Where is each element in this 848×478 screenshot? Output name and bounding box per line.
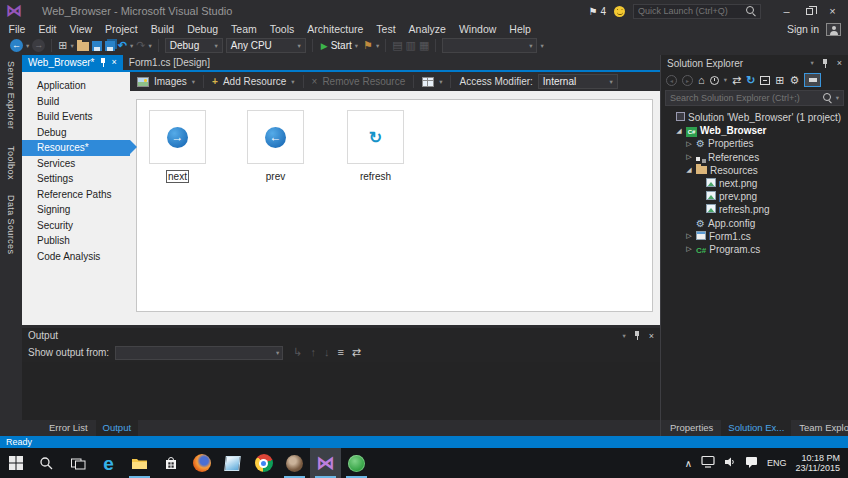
properties-wrench-icon[interactable]: ⚙	[790, 74, 800, 86]
refresh-icon[interactable]: ↻	[746, 74, 755, 86]
profiler-dropdown[interactable]: ▾	[376, 42, 379, 50]
save-all-icon[interactable]	[105, 41, 115, 51]
menu-window[interactable]: Window	[452, 23, 502, 35]
pin-icon[interactable]	[634, 331, 641, 340]
settings-nav-resources-[interactable]: Resources*	[22, 140, 130, 156]
open-file-icon[interactable]	[77, 42, 89, 51]
resource-tile-prev[interactable]: ←	[247, 110, 304, 164]
settings-nav-build-events[interactable]: Build Events	[22, 109, 130, 125]
pending-changes-filter-icon[interactable]	[710, 76, 719, 85]
menu-tools[interactable]: Tools	[263, 23, 301, 35]
document-tab[interactable]: Web_Browser*×	[22, 55, 123, 70]
solution-explorer-search[interactable]: ▾	[665, 90, 844, 106]
menu-analyze[interactable]: Analyze	[402, 23, 452, 35]
taskbar-chrome-icon[interactable]	[248, 448, 279, 478]
tree-item-refresh.png[interactable]: refresh.png	[661, 203, 848, 216]
settings-nav-application[interactable]: Application	[22, 78, 130, 94]
close-tab-icon[interactable]: ×	[112, 58, 117, 67]
new-project-dropdown[interactable]: ▾	[70, 42, 73, 50]
find-message-icon[interactable]: ↳	[293, 346, 302, 359]
panel-tab-solution-ex-[interactable]: Solution Ex...	[721, 420, 791, 436]
tree-item-next.png[interactable]: next.png	[661, 177, 848, 190]
settings-nav-code-analysis[interactable]: Code Analysis	[22, 249, 130, 265]
filter-dropdown[interactable]: ▾	[724, 76, 727, 84]
navigate-forward-button[interactable]: →	[32, 39, 45, 52]
volume-icon[interactable]	[724, 454, 736, 472]
menu-file[interactable]: File	[2, 23, 32, 35]
output-source-dropdown[interactable]: ▾	[115, 346, 283, 360]
properties-window-icon[interactable]: ⊞	[775, 74, 784, 86]
tree-item-references[interactable]: ▷References	[661, 151, 848, 164]
start-debug-button[interactable]: ▶ Start ▾	[319, 40, 360, 51]
tree-item-form1.cs[interactable]: ▷Form1.cs	[661, 230, 848, 243]
quick-launch-input[interactable]	[638, 6, 742, 16]
view-style-icon[interactable]	[422, 77, 434, 87]
expander-icon[interactable]: ▷	[685, 232, 693, 240]
taskbar-globe-app-icon[interactable]	[341, 448, 372, 478]
resource-tile-next[interactable]: →	[149, 110, 206, 164]
taskbar-edge-icon[interactable]: e	[93, 448, 124, 478]
taskbar-photos-icon[interactable]	[217, 448, 248, 478]
access-modifier-dropdown[interactable]: Internal▾	[538, 74, 618, 89]
images-dropdown[interactable]: Images	[154, 76, 187, 87]
settings-nav-security[interactable]: Security	[22, 218, 130, 234]
menu-project[interactable]: Project	[99, 23, 145, 35]
window-position-dropdown[interactable]: ▾	[810, 59, 813, 67]
quick-launch-box[interactable]	[633, 4, 761, 19]
find-combo[interactable]: ▾	[442, 38, 537, 53]
back-icon[interactable]: ◂	[666, 75, 677, 86]
save-icon[interactable]	[92, 41, 102, 51]
solution-explorer-search-input[interactable]	[670, 93, 820, 103]
panel-tab-team-explo-[interactable]: Team Explo...	[792, 420, 848, 436]
notification-center-icon[interactable]	[745, 454, 758, 472]
document-tab[interactable]: Form1.cs [Design]	[123, 55, 216, 70]
collapse-all-icon[interactable]	[760, 76, 770, 85]
next-message-icon[interactable]: ↓	[324, 346, 330, 359]
add-resource-button[interactable]: Add Resource	[223, 76, 286, 87]
tree-item-web-browser[interactable]: ◢C#Web_Browser	[661, 124, 848, 137]
output-content[interactable]	[22, 362, 660, 420]
pin-icon[interactable]	[822, 59, 829, 68]
navigate-back-dropdown[interactable]: ▾	[26, 42, 29, 50]
resources-list-panel[interactable]: →next←prev↻refresh	[136, 99, 653, 312]
taskbar-visual-studio-icon[interactable]: ⋈	[310, 448, 341, 478]
expander-icon[interactable]: ▷	[685, 153, 693, 161]
user-avatar-icon[interactable]	[826, 23, 841, 36]
sign-in-link[interactable]: Sign in	[787, 23, 819, 35]
settings-nav-build[interactable]: Build	[22, 94, 130, 110]
solution-platform-dropdown[interactable]: Any CPU▾	[226, 38, 306, 53]
settings-nav-settings[interactable]: Settings	[22, 171, 130, 187]
side-tab-server-explorer[interactable]: Server Explorer	[6, 61, 16, 130]
language-indicator[interactable]: ENG	[767, 458, 787, 468]
build-selection-icon[interactable]: ▥	[406, 39, 416, 52]
settings-nav-debug[interactable]: Debug	[22, 125, 130, 141]
panel-tab-error-list[interactable]: Error List	[42, 420, 95, 436]
pin-icon[interactable]	[100, 58, 107, 67]
taskbar-gimp-icon[interactable]	[279, 448, 310, 478]
search-options-dropdown[interactable]: ▾	[836, 94, 839, 102]
undo-icon[interactable]: ↶	[118, 39, 127, 52]
menu-edit[interactable]: Edit	[32, 23, 63, 35]
taskbar-start-icon[interactable]	[0, 448, 31, 478]
panel-tab-output[interactable]: Output	[96, 420, 139, 436]
profiler-icon[interactable]: ⚑	[363, 39, 373, 52]
clock[interactable]: 10:18 PM 23/11/2015	[796, 453, 840, 474]
taskbar-file-explorer-icon[interactable]	[124, 448, 155, 478]
preview-selected-items-icon[interactable]	[804, 73, 821, 87]
expander-icon[interactable]: ◢	[675, 127, 683, 135]
menu-debug[interactable]: Debug	[181, 23, 225, 35]
minimize-button[interactable]: –	[777, 4, 796, 19]
toolbar-overflow[interactable]: ▾	[540, 42, 543, 50]
feedback-smiley-icon[interactable]	[614, 6, 625, 17]
expander-icon[interactable]: ▷	[685, 140, 693, 148]
cancel-build-icon[interactable]: ▦	[419, 39, 429, 52]
tree-item-app.config[interactable]: ⚙App.config	[661, 217, 848, 230]
notifications-flag-icon[interactable]: ⚑ 4	[588, 6, 606, 17]
tree-item-prev.png[interactable]: prev.png	[661, 190, 848, 203]
view-style-dropdown[interactable]: ▾	[439, 78, 442, 86]
solution-configuration-dropdown[interactable]: Debug▾	[165, 38, 223, 53]
redo-dropdown[interactable]: ▾	[148, 42, 151, 50]
menu-team[interactable]: Team	[225, 23, 264, 35]
window-position-dropdown[interactable]: ▾	[622, 332, 625, 340]
resource-tile-refresh[interactable]: ↻	[347, 110, 404, 164]
